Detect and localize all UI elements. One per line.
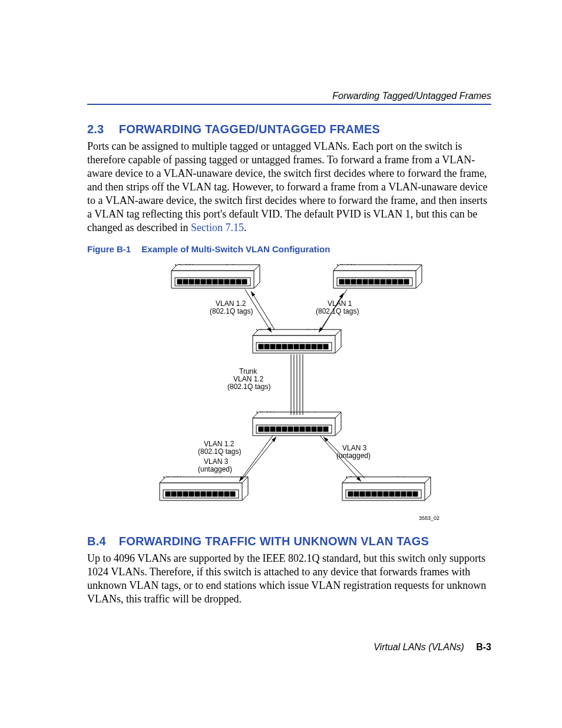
page: Forwarding Tagged/Untagged Frames 2.3 FO…: [0, 0, 562, 728]
section-heading-b-4: B.4 FORWARDING TRAFFIC WITH UNKNOWN VLAN…: [87, 535, 491, 548]
switch-icon: [342, 477, 431, 500]
diagram-label: (802.1Q tags): [227, 383, 270, 391]
running-header: Forwarding Tagged/Untagged Frames: [332, 91, 491, 101]
diagram-label: VLAN 3: [342, 444, 367, 452]
page-footer: Virtual LANs (VLANs) B-3: [373, 642, 491, 653]
diagram-label: (untagged): [336, 452, 371, 460]
vlan-diagram: VLAN-aware switch VLAN-aware switch VLAN…: [124, 259, 454, 524]
switch-icon: [253, 330, 341, 353]
switch-icon: [253, 412, 341, 436]
switch-icon: [333, 265, 422, 288]
diagram-label: VLAN 3: [204, 457, 229, 466]
svg-line-26: [243, 437, 276, 478]
switch-icon: [171, 265, 260, 288]
figure-label: Figure B-1: [87, 244, 131, 254]
footer-book-title: Virtual LANs (VLANs): [373, 642, 464, 652]
section-2-3-paragraph: Ports can be assigned to multiple tagged…: [87, 140, 491, 235]
diagram-label: (802.1Q tags): [198, 447, 241, 456]
header-rule: [87, 104, 491, 105]
diagram-label: VLAN 1.2: [233, 375, 264, 383]
diagram-label: VLAN 1.2: [216, 299, 246, 308]
diagram-label: VLAN 1.2: [204, 440, 234, 448]
section-number: 2.3: [87, 123, 115, 136]
diagram-label: VLAN 1: [328, 299, 352, 308]
section-link-7-15[interactable]: Section 7.15: [191, 222, 244, 233]
svg-line-25: [239, 436, 273, 482]
svg-line-17: [251, 291, 275, 330]
diagram-label: (802.1Q tags): [210, 307, 253, 315]
diagram-label: (802.1Q tags): [316, 307, 359, 315]
section-number: B.4: [87, 535, 115, 548]
section-heading-2-3: 2.3 FORWARDING TAGGED/UNTAGGED FRAMES: [87, 123, 491, 136]
section-title: FORWARDING TAGGED/UNTAGGED FRAMES: [119, 123, 380, 136]
switch-icon: [160, 477, 248, 500]
footer-page-number: B-3: [476, 642, 491, 652]
para-tail: .: [244, 222, 247, 233]
figure-caption: Figure B-1 Example of Multi-Switch VLAN …: [87, 244, 491, 254]
para-text: Ports can be assigned to multiple tagged…: [87, 140, 488, 233]
content-area: 2.3 FORWARDING TAGGED/UNTAGGED FRAMES Po…: [87, 118, 491, 612]
section-b-4-paragraph: Up to 4096 VLANs are supported by the IE…: [87, 552, 491, 606]
section-title: FORWARDING TRAFFIC WITH UNKNOWN VLAN TAG…: [119, 535, 429, 548]
diagram-code: 3583_02: [419, 515, 439, 521]
diagram-label: Trunk: [239, 367, 257, 375]
figure-title: Example of Multi-Switch VLAN Configurati…: [141, 244, 330, 254]
diagram-label: (untagged): [198, 465, 232, 473]
